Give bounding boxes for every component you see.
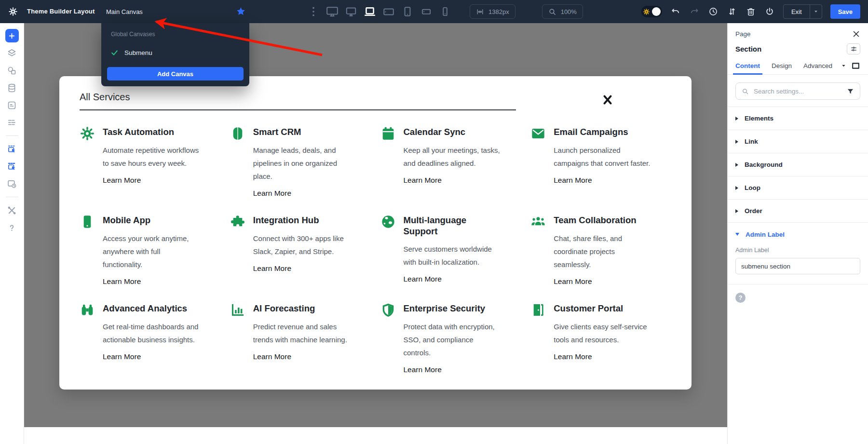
sidebar-divider [6, 135, 18, 136]
learn-more-link[interactable]: Learn More [103, 277, 141, 286]
accordion-caret-icon [735, 117, 738, 121]
accordion-caret-icon [735, 209, 738, 213]
accordion-label: Elements [745, 115, 773, 122]
element-settings-button[interactable] [847, 43, 860, 54]
toolbar-action-button[interactable] [689, 6, 700, 17]
learn-more-link[interactable]: Learn More [404, 365, 442, 374]
phone-icon [80, 214, 95, 229]
device-button[interactable] [419, 4, 434, 19]
settings-toggle[interactable] [641, 6, 662, 17]
services-heading: All Services [80, 92, 130, 103]
service-item: Customer Portal Give clients easy self-s… [530, 301, 673, 389]
accordion-caret-icon [735, 233, 739, 236]
service-description: Connect with 300+ apps like Slack, Zapie… [253, 232, 344, 258]
breakpoint-laptop-icon[interactable] [851, 61, 860, 70]
save-button[interactable]: Save [830, 4, 860, 19]
device-button[interactable] [437, 4, 453, 19]
device-button[interactable] [306, 4, 321, 19]
learn-more-link[interactable]: Learn More [404, 275, 442, 283]
learn-more-link[interactable]: Learn More [103, 352, 141, 361]
exit-caret-button[interactable] [810, 5, 822, 18]
learn-more-link[interactable]: Learn More [103, 176, 141, 185]
toolbar-action-button[interactable] [727, 6, 737, 17]
help-button[interactable]: ? [735, 293, 746, 303]
search-settings-input[interactable] [753, 87, 843, 95]
device-button[interactable] [400, 4, 415, 19]
sidebar-item[interactable] [5, 98, 19, 112]
learn-more-link[interactable]: Learn More [404, 176, 442, 185]
builder-settings-gear-icon[interactable] [8, 7, 18, 16]
service-item: Email Campaigns Launch personalized camp… [530, 124, 673, 213]
dropdown-canvas-item[interactable]: Submenu [107, 45, 244, 60]
toolbar-action-button[interactable] [746, 6, 756, 17]
toolbar-action-button[interactable] [764, 6, 775, 17]
accordion-row[interactable]: Link [728, 130, 868, 153]
kebab-menu-icon [307, 5, 320, 18]
sidebar-item[interactable] [5, 81, 19, 94]
panel-close-button[interactable] [852, 29, 860, 38]
learn-more-link[interactable]: Learn More [253, 189, 291, 198]
settings-search [735, 82, 860, 100]
puzzle-icon [230, 214, 245, 229]
sidebar-item[interactable] [5, 203, 19, 217]
service-item: Smart CRM Manage leads, deals, and pipel… [230, 124, 373, 213]
device-button[interactable] [325, 4, 340, 19]
sort-icon [727, 7, 737, 16]
device-button[interactable] [343, 4, 359, 19]
mobile-landscape-icon [420, 5, 433, 18]
panel-tab[interactable]: Design [772, 57, 792, 74]
service-description: Launch personalized campaigns that conve… [554, 144, 650, 170]
binoculars-icon [80, 302, 95, 318]
service-item: Team Collaboration Chat, share files, an… [530, 213, 673, 301]
submenu-section-card[interactable]: All Services Task Automation Automate re… [59, 76, 692, 390]
service-description: Serve customers worldwide with built-in … [404, 242, 492, 269]
canvas-selector[interactable]: Main Canvas [106, 8, 143, 15]
sidebar-item[interactable] [5, 177, 19, 190]
sidebar-item[interactable] [5, 160, 19, 173]
sidebar-item[interactable] [5, 142, 19, 156]
device-button[interactable] [362, 4, 378, 19]
sidebar-item[interactable] [5, 116, 19, 129]
toolbar-action-button[interactable] [708, 6, 719, 17]
sidebar-item[interactable] [5, 46, 19, 60]
builder-title: Theme Builder Layout [27, 8, 95, 15]
accordion-row[interactable]: Elements [728, 107, 868, 130]
service-title: Integration Hub [253, 215, 344, 226]
admin-label-field-label: Admin Label [735, 247, 860, 254]
admin-label-input[interactable] [735, 258, 860, 274]
panel-tab[interactable]: Advanced [803, 57, 832, 74]
service-description: Give clients easy self-service tools and… [554, 320, 647, 346]
accordion-row[interactable]: Admin Label [728, 223, 868, 246]
panel-tab[interactable]: Content [735, 57, 760, 74]
learn-more-link[interactable]: Learn More [253, 352, 291, 361]
canvas-width-control[interactable]: 1382px [470, 4, 515, 19]
add-canvas-button[interactable]: Add Canvas [107, 67, 244, 81]
learn-more-link[interactable]: Learn More [554, 176, 592, 185]
panel-breadcrumb: Page [735, 30, 751, 38]
filter-icon[interactable] [847, 88, 854, 95]
service-item: Enterprise Security Protect data with en… [380, 301, 523, 389]
toolbar-action-button[interactable] [670, 6, 681, 17]
exit-button[interactable]: Exit [784, 5, 810, 18]
sidebar-item[interactable] [5, 221, 19, 234]
zoom-icon [548, 8, 556, 16]
chevron-down-icon[interactable] [841, 63, 846, 68]
device-button[interactable] [381, 4, 396, 19]
settings-accordions: Elements Link Background Loop Order Admi… [728, 107, 868, 246]
accordion-row[interactable]: Background [728, 153, 868, 176]
canvas-zoom-control[interactable]: 100% [542, 4, 583, 19]
service-title: AI Forecasting [253, 303, 347, 314]
sidebar-item[interactable] [5, 29, 19, 42]
sidebar-item[interactable] [5, 64, 19, 77]
undo-icon [671, 7, 680, 16]
menu-close-button[interactable] [600, 93, 615, 107]
service-description: Automate repetitive workflows to save ho… [103, 144, 199, 170]
accordion-row[interactable]: Order [728, 200, 868, 223]
rows-icon [7, 118, 17, 128]
accordion-row[interactable]: Loop [728, 176, 868, 200]
star-icon[interactable] [236, 6, 246, 16]
learn-more-link[interactable]: Learn More [554, 352, 592, 361]
service-title: Smart CRM [253, 127, 337, 138]
learn-more-link[interactable]: Learn More [253, 264, 291, 273]
learn-more-link[interactable]: Learn More [554, 277, 592, 286]
